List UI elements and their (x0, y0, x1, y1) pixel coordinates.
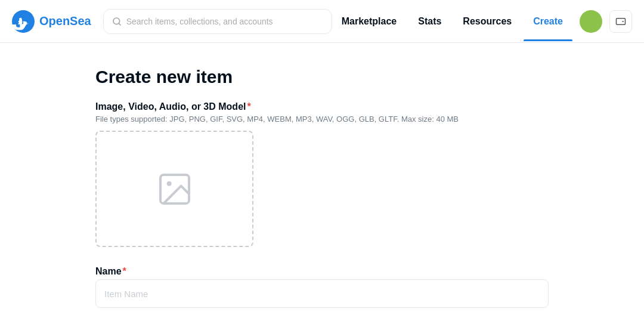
nav: Marketplace Stats Resources Create (332, 10, 632, 33)
nav-stats[interactable]: Stats (408, 11, 451, 32)
upload-required-star: * (247, 101, 250, 112)
nav-marketplace[interactable]: Marketplace (332, 11, 407, 32)
header: OpenSea Marketplace Stats Resources Crea… (0, 0, 644, 43)
wallet-icon (615, 16, 626, 27)
name-input[interactable] (95, 279, 549, 308)
file-types-text: File types supported: JPG, PNG, GIF, SVG… (95, 115, 549, 124)
nav-create[interactable]: Create (524, 11, 572, 32)
search-bar[interactable] (103, 9, 332, 34)
name-field-group: Name* (95, 266, 549, 308)
wallet-button[interactable] (609, 10, 632, 33)
nav-resources[interactable]: Resources (453, 11, 521, 32)
main-content: Create new item Image, Video, Audio, or … (83, 43, 561, 324)
opensea-logo-icon (12, 10, 35, 33)
search-input[interactable] (126, 17, 323, 26)
avatar[interactable] (580, 10, 602, 33)
image-placeholder-icon (156, 170, 194, 208)
logo[interactable]: OpenSea (12, 10, 91, 33)
svg-point-5 (166, 181, 171, 186)
name-required-star: * (123, 266, 126, 276)
page-title: Create new item (95, 67, 549, 87)
upload-label: Image, Video, Audio, or 3D Model* (95, 101, 549, 112)
search-icon (112, 17, 122, 26)
svg-line-2 (119, 23, 120, 25)
upload-area[interactable] (95, 131, 253, 247)
name-label: Name* (95, 266, 549, 277)
upload-section: Image, Video, Audio, or 3D Model* File t… (95, 101, 549, 247)
logo-text: OpenSea (39, 14, 91, 28)
